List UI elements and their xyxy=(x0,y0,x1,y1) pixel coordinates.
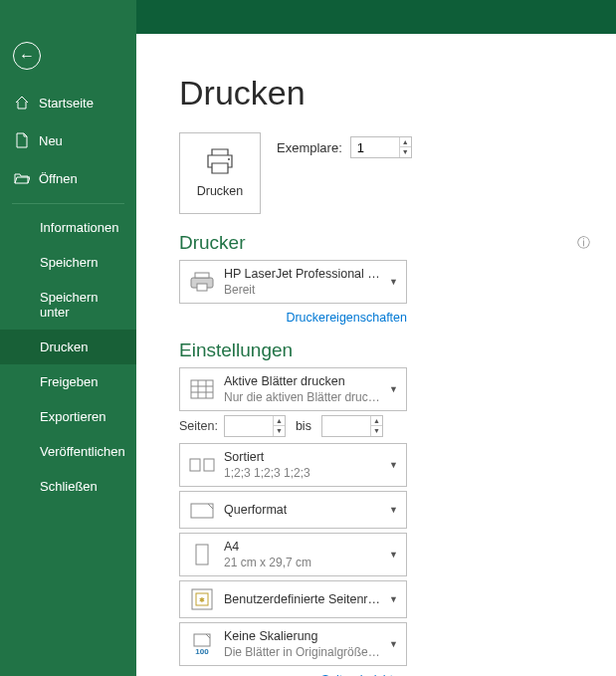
spinner-up-icon[interactable]: ▲ xyxy=(274,416,285,426)
settings-heading: Einstellungen xyxy=(179,339,596,361)
pages-from-spinner[interactable]: ▲ ▼ xyxy=(224,415,286,437)
document-icon xyxy=(13,131,31,149)
collated-icon xyxy=(188,453,216,477)
back-arrow-icon: ← xyxy=(19,47,35,65)
page-icon xyxy=(188,543,216,566)
chevron-down-icon: ▼ xyxy=(389,505,398,515)
spinner-down-icon[interactable]: ▼ xyxy=(371,426,382,436)
chevron-down-icon: ▼ xyxy=(389,460,398,470)
nav-list: Startseite Neu Öffnen Informationen Spei… xyxy=(0,84,136,504)
sidebar: ← Startseite Neu Öffnen Informationen Sp… xyxy=(0,0,136,676)
nav-label: Speichern xyxy=(40,255,99,270)
spinner-up-icon[interactable]: ▲ xyxy=(400,137,411,147)
scaling-title: Keine Skalierung xyxy=(224,629,383,643)
copies-spinner[interactable]: ▲ ▼ xyxy=(350,136,412,158)
margins-selector[interactable]: ✱ Benutzerdefinierte Seitenrän… ▼ xyxy=(179,580,407,618)
pages-range: Seiten: ▲ ▼ bis ▲ ▼ xyxy=(179,415,407,437)
scaling-selector[interactable]: 100 Keine Skalierung Die Blätter in Orig… xyxy=(179,622,407,666)
nav-label: Neu xyxy=(39,133,63,148)
chevron-down-icon: ▼ xyxy=(389,384,398,394)
print-button-label: Drucken xyxy=(197,184,244,198)
collation-title: Sortiert xyxy=(224,450,383,464)
nav-label: Öffnen xyxy=(39,171,78,186)
svg-point-0 xyxy=(228,158,230,160)
nav-label: Speichern unter xyxy=(40,290,123,320)
chevron-down-icon: ▼ xyxy=(389,639,398,649)
pages-to-label: bis xyxy=(296,419,311,433)
printer-device-icon xyxy=(188,270,216,294)
nav-home[interactable]: Startseite xyxy=(0,84,136,121)
info-icon[interactable]: ⓘ xyxy=(577,234,590,252)
printer-status: Bereit xyxy=(224,283,383,297)
paper-title: A4 xyxy=(224,540,383,554)
nav-label: Startseite xyxy=(39,96,94,111)
chevron-down-icon: ▼ xyxy=(389,594,398,604)
copies-label: Exemplare: xyxy=(277,140,342,155)
nav-label: Informationen xyxy=(40,220,119,235)
sheets-icon xyxy=(188,377,216,401)
print-button[interactable]: Drucken xyxy=(179,132,261,214)
paper-size-selector[interactable]: A4 21 cm x 29,7 cm ▼ xyxy=(179,533,407,576)
nav-label: Freigeben xyxy=(40,374,99,389)
scaling-sub: Die Blätter in Originalgröße… xyxy=(224,645,383,659)
nav-label: Exportieren xyxy=(40,409,105,424)
print-action-row: Drucken Exemplare: ▲ ▼ xyxy=(179,132,596,214)
nav-export[interactable]: Exportieren xyxy=(0,399,136,434)
folder-open-icon xyxy=(13,169,31,187)
chevron-down-icon: ▼ xyxy=(389,277,398,287)
margins-title: Benutzerdefinierte Seitenrän… xyxy=(224,592,383,606)
svg-rect-4 xyxy=(191,380,213,398)
scaling-icon: 100 xyxy=(188,632,216,656)
spinner-down-icon[interactable]: ▼ xyxy=(400,147,411,157)
home-icon xyxy=(13,94,31,112)
printer-properties-link[interactable]: Druckereigenschaften xyxy=(286,311,407,325)
svg-rect-10 xyxy=(204,459,214,471)
svg-rect-2 xyxy=(195,273,209,278)
nav-publish[interactable]: Veröffentlichen xyxy=(0,434,136,469)
margins-icon: ✱ xyxy=(188,587,216,611)
printer-heading: Drucker xyxy=(179,232,246,254)
landscape-icon xyxy=(188,498,216,522)
orientation-title: Querformat xyxy=(224,503,287,517)
svg-rect-9 xyxy=(190,459,200,471)
printer-name: HP LaserJet Professional C… xyxy=(224,267,383,281)
nav-divider xyxy=(12,203,124,204)
collation-selector[interactable]: Sortiert 1;2;3 1;2;3 1;2;3 ▼ xyxy=(179,443,407,487)
main-panel: Drucken Drucken Exemplare: ▲ ▼ Drucker ⓘ xyxy=(136,34,616,676)
print-area-sub: Nur die aktiven Blätter druc… xyxy=(224,390,383,404)
svg-rect-3 xyxy=(197,284,207,291)
spinner-up-icon[interactable]: ▲ xyxy=(371,416,382,426)
page-title: Drucken xyxy=(179,74,596,113)
svg-text:✱: ✱ xyxy=(199,596,205,603)
paper-sub: 21 cm x 29,7 cm xyxy=(224,556,383,569)
printer-selector[interactable]: HP LaserJet Professional C… Bereit ▼ xyxy=(179,260,407,304)
nav-label: Drucken xyxy=(40,339,88,354)
orientation-selector[interactable]: Querformat ▼ xyxy=(179,491,407,529)
print-area-title: Aktive Blätter drucken xyxy=(224,374,383,388)
nav-label: Schließen xyxy=(40,479,98,494)
pages-to-spinner[interactable]: ▲ ▼ xyxy=(321,415,383,437)
copies-input[interactable] xyxy=(351,137,399,157)
pages-from-input[interactable] xyxy=(225,416,273,436)
scaling-badge: 100 xyxy=(195,647,208,656)
spinner-down-icon[interactable]: ▼ xyxy=(274,426,285,436)
print-area-selector[interactable]: Aktive Blätter drucken Nur die aktiven B… xyxy=(179,367,407,411)
copies-control: Exemplare: ▲ ▼ xyxy=(277,136,412,158)
nav-save[interactable]: Speichern xyxy=(0,245,136,280)
collation-sub: 1;2;3 1;2;3 1;2;3 xyxy=(224,466,383,480)
nav-print[interactable]: Drucken xyxy=(0,330,136,364)
nav-info[interactable]: Informationen xyxy=(0,210,136,245)
nav-save-as[interactable]: Speichern unter xyxy=(0,280,136,330)
nav-share[interactable]: Freigeben xyxy=(0,364,136,399)
chevron-down-icon: ▼ xyxy=(389,550,398,560)
back-button[interactable]: ← xyxy=(13,42,41,70)
nav-open[interactable]: Öffnen xyxy=(0,159,136,197)
svg-rect-12 xyxy=(196,545,208,564)
nav-label: Veröffentlichen xyxy=(40,444,125,459)
printer-icon xyxy=(204,148,236,174)
pages-to-input[interactable] xyxy=(322,416,370,436)
pages-label: Seiten: xyxy=(179,419,218,433)
nav-new[interactable]: Neu xyxy=(0,121,136,159)
nav-close[interactable]: Schließen xyxy=(0,469,136,504)
